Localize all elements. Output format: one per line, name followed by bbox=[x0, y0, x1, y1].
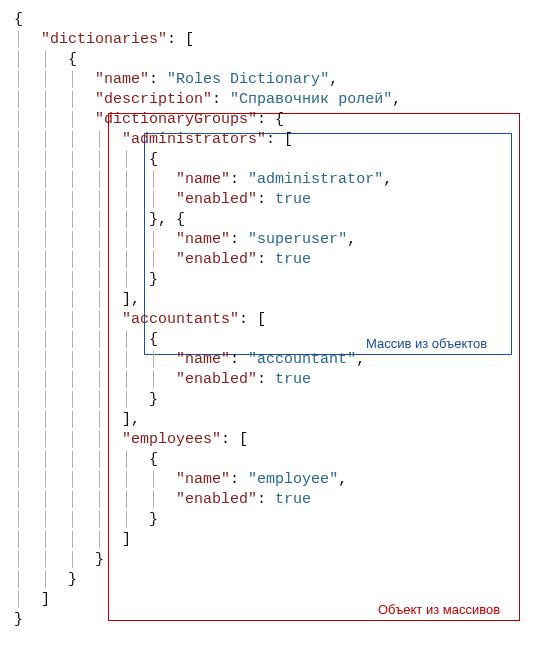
code-line: │ │ │ │ "accountants": [ bbox=[14, 310, 542, 330]
code-line: │ │ │ "description": "Справочник ролей", bbox=[14, 90, 542, 110]
value-admin-enabled-1: true bbox=[275, 251, 311, 268]
key-employees: employees bbox=[131, 431, 212, 448]
code-line: │ │ │ │ │ { bbox=[14, 150, 542, 170]
code-line: │ │ │ │ ], bbox=[14, 410, 542, 430]
code-line: │ │ │ │ │ { bbox=[14, 330, 542, 350]
code-line: │ │ │ │ ] bbox=[14, 530, 542, 550]
value-accountant-name-0: accountant bbox=[257, 351, 347, 368]
key-enabled: enabled bbox=[185, 371, 248, 388]
key-enabled: enabled bbox=[185, 491, 248, 508]
key-name: name bbox=[185, 231, 221, 248]
key-description: description bbox=[104, 91, 203, 108]
code-line: │ │ │ "dictionaryGroups": { bbox=[14, 110, 542, 130]
value-admin-enabled-0: true bbox=[275, 191, 311, 208]
code-line: │ │ │ │ │ │ "enabled": true bbox=[14, 250, 542, 270]
code-line: │ │ │ │ │ │ "enabled": true bbox=[14, 190, 542, 210]
code-line: │ │ │ │ │ │ "name": "employee", bbox=[14, 470, 542, 490]
code-line: │ │ │ "name": "Roles Dictionary", bbox=[14, 70, 542, 90]
key-administrators: administrators bbox=[131, 131, 257, 148]
key-name: name bbox=[104, 71, 140, 88]
key-name: name bbox=[185, 171, 221, 188]
code-line: │ │ │ │ │ } bbox=[14, 510, 542, 530]
key-dictionary-groups: dictionaryGroups bbox=[104, 111, 248, 128]
code-line: │ │ │ │ "administrators": [ bbox=[14, 130, 542, 150]
value-dict-name: Roles Dictionary bbox=[176, 71, 320, 88]
key-enabled: enabled bbox=[185, 251, 248, 268]
key-accountants: accountants bbox=[131, 311, 230, 328]
code-line: │ │ │ │ │ } bbox=[14, 390, 542, 410]
value-admin-name-0: administrator bbox=[257, 171, 374, 188]
code-line: │ │ │ │ │ │ "name": "accountant", bbox=[14, 350, 542, 370]
value-dict-description: Справочник ролей bbox=[239, 91, 383, 108]
key-dictionaries: dictionaries bbox=[50, 31, 158, 48]
code-line: │ │ │ │ │ { bbox=[14, 450, 542, 470]
code-line: │ │ │ │ "employees": [ bbox=[14, 430, 542, 450]
code-line: │ │ │ │ │ }, { bbox=[14, 210, 542, 230]
code-line: │ │ │ } bbox=[14, 550, 542, 570]
value-admin-name-1: superuser bbox=[257, 231, 338, 248]
code-line: │ ] bbox=[14, 590, 542, 610]
value-accountant-enabled-0: true bbox=[275, 371, 311, 388]
code-line: │ "dictionaries": [ bbox=[14, 30, 542, 50]
code-line: │ │ │ │ ], bbox=[14, 290, 542, 310]
key-name: name bbox=[185, 471, 221, 488]
code-line: │ │ { bbox=[14, 50, 542, 70]
code-line: │ │ │ │ │ } bbox=[14, 270, 542, 290]
code-line: │ │ │ │ │ │ "enabled": true bbox=[14, 490, 542, 510]
code-line: │ │ } bbox=[14, 570, 542, 590]
code-block: Массив из объектов Объект из массивов { … bbox=[0, 0, 556, 662]
value-employee-name-0: employee bbox=[257, 471, 329, 488]
code-line: { bbox=[14, 10, 542, 30]
code-line: } bbox=[14, 610, 542, 630]
key-name: name bbox=[185, 351, 221, 368]
code-line: │ │ │ │ │ │ "name": "administrator", bbox=[14, 170, 542, 190]
code-line: │ │ │ │ │ │ "enabled": true bbox=[14, 370, 542, 390]
code-line: │ │ │ │ │ │ "name": "superuser", bbox=[14, 230, 542, 250]
value-employee-enabled-0: true bbox=[275, 491, 311, 508]
key-enabled: enabled bbox=[185, 191, 248, 208]
